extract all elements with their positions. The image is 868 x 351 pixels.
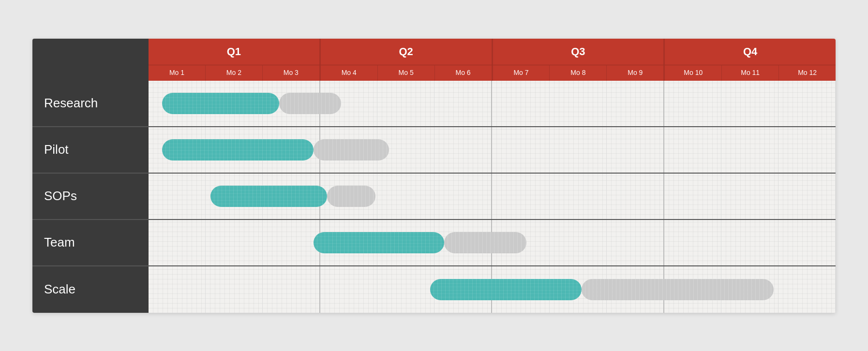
grid-col-7	[492, 266, 549, 313]
grid-col-11	[721, 127, 778, 173]
month-1: Mo 1	[149, 65, 206, 81]
month-5: Mo 5	[378, 65, 435, 81]
grid-col-4	[320, 220, 377, 265]
grid-col-8	[550, 220, 607, 265]
grid-col-2	[206, 81, 263, 126]
row-label-sops: SOPs	[32, 174, 149, 219]
month-7: Mo 7	[493, 65, 550, 81]
row-label-pilot: Pilot	[32, 127, 149, 173]
grid-col-6	[434, 127, 492, 173]
grid-col-2	[206, 220, 263, 265]
month-label-spacer	[32, 65, 149, 81]
month-6: Mo 6	[435, 65, 493, 81]
grid-col-5	[377, 81, 434, 126]
grid-col-12	[778, 127, 836, 173]
month-8: Mo 8	[550, 65, 607, 81]
quarter-q1: Q1	[149, 39, 321, 65]
grid-col-12	[778, 81, 836, 126]
grid-col-9	[607, 174, 664, 219]
grid-col-7	[492, 127, 549, 173]
label-header-spacer	[32, 39, 149, 65]
gantt-chart: Q1 Q2 Q3 Q4 Mo 1 Mo 2 Mo 3 Mo 4 Mo 5 Mo …	[32, 39, 836, 313]
grid-col-1	[149, 266, 206, 313]
grid-col-3	[263, 174, 320, 219]
grid-col-7	[492, 220, 549, 265]
grid-col-4	[320, 127, 377, 173]
grid-col-10	[664, 174, 721, 219]
grid-col-6	[434, 81, 492, 126]
row-grid-team	[149, 220, 836, 265]
grid-col-5	[377, 266, 434, 313]
gantt-row-team: Team	[32, 220, 836, 266]
grid-col-10	[664, 220, 721, 265]
grid-col-11	[721, 266, 778, 313]
grid-col-11	[721, 174, 778, 219]
quarters-header-row: Q1 Q2 Q3 Q4	[32, 39, 836, 65]
month-3: Mo 3	[263, 65, 321, 81]
grid-col-1	[149, 81, 206, 126]
grid-col-9	[607, 266, 664, 313]
months-header: Mo 1 Mo 2 Mo 3 Mo 4 Mo 5 Mo 6 Mo 7 Mo 8 …	[149, 65, 836, 81]
grid-col-9	[607, 127, 664, 173]
month-9: Mo 9	[607, 65, 665, 81]
quarters-header: Q1 Q2 Q3 Q4	[149, 39, 836, 65]
quarter-q3: Q3	[493, 39, 665, 65]
month-12: Mo 12	[779, 65, 836, 81]
grid-col-6	[434, 220, 492, 265]
row-grid-pilot	[149, 127, 836, 173]
grid-col-9	[607, 81, 664, 126]
gantt-row-scale: Scale	[32, 266, 836, 313]
grid-col-9	[607, 220, 664, 265]
grid-col-2	[206, 174, 263, 219]
grid-col-3	[263, 127, 320, 173]
row-label-team: Team	[32, 220, 149, 265]
grid-col-3	[263, 220, 320, 265]
grid-col-8	[550, 174, 607, 219]
grid-col-1	[149, 127, 206, 173]
quarter-q4: Q4	[665, 39, 836, 65]
grid-col-11	[721, 220, 778, 265]
grid-col-3	[263, 266, 320, 313]
month-10: Mo 10	[665, 65, 722, 81]
gantt-row-research: Research	[32, 81, 836, 127]
row-label-scale: Scale	[32, 266, 149, 313]
gantt-row-pilot: Pilot	[32, 127, 836, 174]
grid-col-4	[320, 266, 377, 313]
gantt-row-sops: SOPs	[32, 174, 836, 220]
row-grid-research	[149, 81, 836, 126]
month-2: Mo 2	[206, 65, 263, 81]
grid-col-2	[206, 266, 263, 313]
grid-col-5	[377, 220, 434, 265]
grid-col-6	[434, 174, 492, 219]
row-label-research: Research	[32, 81, 149, 126]
grid-col-1	[149, 220, 206, 265]
grid-col-11	[721, 81, 778, 126]
quarter-q2: Q2	[321, 39, 493, 65]
grid-col-12	[778, 174, 836, 219]
gantt-data-rows: ResearchPilotSOPsTeamScale	[32, 81, 836, 313]
grid-col-12	[778, 220, 836, 265]
grid-col-8	[550, 127, 607, 173]
grid-col-5	[377, 127, 434, 173]
grid-col-4	[320, 81, 377, 126]
row-grid-sops	[149, 174, 836, 219]
months-header-row: Mo 1 Mo 2 Mo 3 Mo 4 Mo 5 Mo 6 Mo 7 Mo 8 …	[32, 65, 836, 81]
grid-col-1	[149, 174, 206, 219]
grid-col-5	[377, 174, 434, 219]
grid-col-10	[664, 81, 721, 126]
grid-col-3	[263, 81, 320, 126]
grid-col-8	[550, 266, 607, 313]
grid-col-2	[206, 127, 263, 173]
month-4: Mo 4	[321, 65, 378, 81]
grid-col-7	[492, 174, 549, 219]
grid-col-10	[664, 266, 721, 313]
row-grid-scale	[149, 266, 836, 313]
grid-col-8	[550, 81, 607, 126]
month-11: Mo 11	[722, 65, 779, 81]
grid-col-10	[664, 127, 721, 173]
grid-col-4	[320, 174, 377, 219]
grid-col-7	[492, 81, 549, 126]
grid-col-6	[434, 266, 492, 313]
grid-col-12	[778, 266, 836, 313]
